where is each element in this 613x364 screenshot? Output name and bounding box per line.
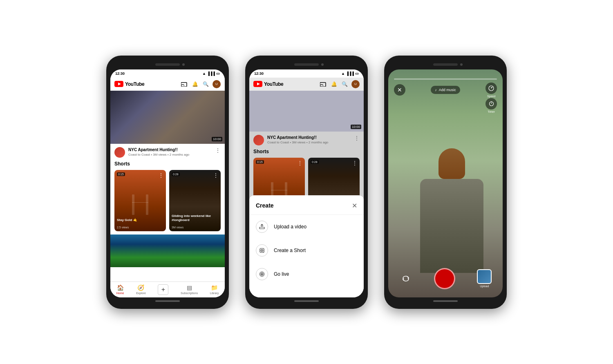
record-button[interactable] xyxy=(434,268,455,289)
tower-right xyxy=(146,194,148,215)
phone-3: ✕ ♪ Add music Speed xyxy=(384,56,507,309)
search-icon[interactable]: 🔍 xyxy=(202,80,209,88)
nav-library[interactable]: 📁 Library xyxy=(210,284,219,295)
dimmed-short-more-2: ⋮ xyxy=(352,160,357,166)
create-menu-spacer xyxy=(249,286,364,294)
scroll-content-1[interactable]: 10:00 NYC Apartment Hunting!! Coast to C… xyxy=(110,91,225,281)
create-upload-item[interactable]: Upload a video xyxy=(249,215,364,239)
flip-icon xyxy=(401,274,410,283)
video-info-1: NYC Apartment Hunting!! Coast to Coast •… xyxy=(110,144,225,161)
short-card-1[interactable]: 0:15 ⋮ Stay Gold 🤙 2.5 views xyxy=(114,170,166,231)
battery-icon-2: ▭ xyxy=(355,71,359,76)
timer-control[interactable]: Timer xyxy=(485,98,497,113)
add-music-button[interactable]: ♪ Add music xyxy=(431,86,460,94)
bell-icon-2[interactable]: 🔔 xyxy=(330,80,338,88)
phone-3-camera-dot xyxy=(460,63,463,66)
video-more-icon[interactable]: ⋮ xyxy=(215,147,221,154)
dimmed-shorts-title: Shorts xyxy=(253,149,360,154)
go-live-label: Go live xyxy=(274,271,289,277)
speed-button[interactable] xyxy=(485,83,497,94)
phone-notch xyxy=(155,63,180,66)
speed-label: Speed xyxy=(487,95,495,98)
phone-3-notch xyxy=(433,63,458,66)
nav-home[interactable]: 🏠 Home xyxy=(116,284,124,295)
nav-create[interactable]: + xyxy=(158,284,168,295)
youtube-logo-text-2: YouTube xyxy=(264,81,283,87)
youtube-header-2: YouTube 🔔 🔍 U xyxy=(249,78,364,91)
short-duration-1: 0:15 xyxy=(117,172,125,176)
header-icons-1: 🔔 🔍 U xyxy=(181,80,221,88)
phone-2-notch xyxy=(294,63,319,66)
short-more-2[interactable]: ⋮ xyxy=(213,172,218,178)
music-icon: ♪ xyxy=(435,88,437,92)
status-icons-2: ▲ ▐▐▐ ▭ xyxy=(341,71,359,76)
battery-icon: ▭ xyxy=(216,71,220,76)
youtube-header-1: YouTube 🔔 🔍 U xyxy=(110,78,225,91)
status-bar-1: 12:30 ▲ ▐▐▐ ▭ xyxy=(110,69,225,78)
explore-icon: 🧭 xyxy=(137,284,144,291)
dimmed-video-info: NYC Apartment Hunting!! Coast to Coast •… xyxy=(249,132,364,149)
user-avatar[interactable]: U xyxy=(213,80,221,88)
phone-1: 12:30 ▲ ▐▐▐ ▭ YouTube xyxy=(106,56,229,309)
shorts-section-1: Shorts 0:15 ⋮ Stay Gold 🤙 2.5 views xyxy=(110,161,225,231)
youtube-logo[interactable]: YouTube xyxy=(114,81,181,87)
create-close-button[interactable]: ✕ xyxy=(352,202,357,210)
nav-home-label: Home xyxy=(116,292,124,295)
status-icons: ▲ ▐▐▐ ▭ xyxy=(202,71,220,76)
home-bar-2 xyxy=(294,300,319,302)
library-icon: 📁 xyxy=(211,284,218,291)
phone-3-screen: ✕ ♪ Add music Speed xyxy=(388,69,503,297)
phone-2-bottom xyxy=(249,297,364,305)
svg-point-3 xyxy=(181,86,182,87)
go-live-item[interactable]: Go live xyxy=(249,262,364,286)
dimmed-video-title: NYC Apartment Hunting!! xyxy=(267,135,351,140)
speed-control[interactable]: Speed xyxy=(485,83,497,98)
flip-camera-button[interactable] xyxy=(399,272,412,285)
dimmed-short-dur-2: 0:28 xyxy=(311,160,319,164)
video-title-1: NYC Apartment Hunting!! xyxy=(128,147,212,152)
nav-explore-label: Explore xyxy=(136,292,146,295)
cast-icon[interactable] xyxy=(181,80,188,88)
bell-icon[interactable]: 🔔 xyxy=(191,80,199,88)
dimmed-video-sub: Coast to Coast • 3M views • 2 months ago xyxy=(267,141,351,144)
youtube-logo-2[interactable]: YouTube xyxy=(253,81,320,87)
cast-icon-2[interactable] xyxy=(320,80,327,88)
shorts-row-1: 0:15 ⋮ Stay Gold 🤙 2.5 views 0:28 ⋮ Glid… xyxy=(114,170,221,231)
time-display-2: 12:30 xyxy=(254,71,264,76)
upload-label: Upload xyxy=(480,285,489,288)
camera-close-button[interactable]: ✕ xyxy=(394,84,405,96)
youtube-logo-text: YouTube xyxy=(125,81,144,87)
nav-subscriptions[interactable]: ▤ Subscriptions xyxy=(181,284,198,295)
create-menu-header: Create ✕ xyxy=(249,202,364,215)
header-icons-2: 🔔 🔍 U xyxy=(320,80,360,88)
short-card-2[interactable]: 0:28 ⋮ Gliding into weekend like #longbo… xyxy=(169,170,221,231)
create-button-1[interactable]: + xyxy=(158,284,168,295)
bottom-nav-1: 🏠 Home 🧭 Explore + ▤ Subscriptions 📁 Lib… xyxy=(110,281,225,297)
main-video-thumb-1[interactable]: 10:00 xyxy=(110,91,225,144)
phone-2: 12:30 ▲ ▐▐▐ ▭ YouTube xyxy=(245,56,368,309)
create-menu-title: Create xyxy=(256,202,274,209)
short-more-1[interactable]: ⋮ xyxy=(159,172,163,178)
go-live-icon xyxy=(256,268,268,280)
phone-1-bottom xyxy=(110,297,225,305)
short-views-2: 3M views xyxy=(172,226,183,229)
video-sub-1: Coast to Coast • 3M views • 2 months ago xyxy=(128,153,212,156)
person-body xyxy=(420,179,483,273)
youtube-logo-icon xyxy=(114,81,123,87)
search-icon-2[interactable]: 🔍 xyxy=(341,80,348,88)
landscape-thumb-1[interactable] xyxy=(110,234,225,267)
home-icon: 🏠 xyxy=(117,284,124,291)
camera-bottom-bar: Upload xyxy=(388,268,503,289)
create-short-item[interactable]: Create a Short xyxy=(249,239,364,262)
phone-2-notch-bar xyxy=(249,60,364,69)
upload-button[interactable]: Upload xyxy=(477,269,492,288)
signal-icon-2: ▐▐▐ xyxy=(346,71,354,76)
phone-camera-dot xyxy=(182,63,185,66)
tower-left xyxy=(132,194,134,215)
nav-explore[interactable]: 🧭 Explore xyxy=(136,284,146,295)
channel-avatar-1 xyxy=(114,147,125,158)
camera-person xyxy=(420,148,483,273)
svg-rect-8 xyxy=(260,227,264,229)
user-avatar-2[interactable]: U xyxy=(351,80,360,88)
wifi-icon-2: ▲ xyxy=(341,71,345,76)
